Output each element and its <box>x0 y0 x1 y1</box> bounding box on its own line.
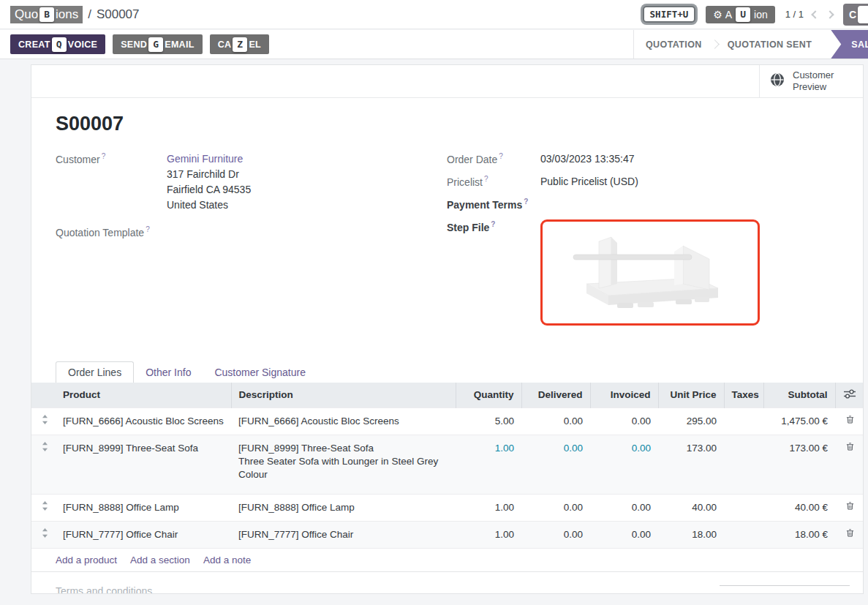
add-a-product-link[interactable]: Add a product <box>56 555 117 565</box>
cell-delivered[interactable]: 0.00 <box>521 494 590 521</box>
stage-quotation[interactable]: QUOTATION <box>634 40 714 50</box>
cell-invoiced[interactable]: 0.00 <box>590 435 658 494</box>
cell-taxes[interactable] <box>724 435 763 494</box>
stage-sales-order[interactable]: SALES ORDER <box>831 30 868 59</box>
kbd-hint-edge <box>858 6 868 23</box>
payment-terms-label-text: Payment Terms <box>447 199 522 211</box>
cell-unit-price[interactable]: 173.00 <box>658 435 724 494</box>
breadcrumb-parent[interactable]: QuoBions <box>10 6 83 23</box>
column-header-quantity[interactable]: Quantity <box>456 383 521 408</box>
cell-subtotal[interactable]: 173.00 € <box>763 435 835 494</box>
table-row[interactable]: [FURN_6666] Acoustic Bloc Screens [FURN_… <box>31 407 864 435</box>
cell-description[interactable]: [FURN_8888] Office Lamp <box>231 494 456 521</box>
tab-other-info[interactable]: Other Info <box>134 362 203 383</box>
order-date-help-icon: ? <box>499 152 503 160</box>
column-header-unit-price[interactable]: Unit Price <box>658 383 724 408</box>
field-quotation-template: Quotation Template? <box>56 225 447 238</box>
cancel-button[interactable]: CAZEL <box>210 34 269 54</box>
cell-quantity[interactable]: 1.00 <box>456 494 521 521</box>
customer-help-icon: ? <box>102 152 106 160</box>
optional-columns-icon[interactable] <box>835 383 864 408</box>
cell-unit-price[interactable]: 18.00 <box>658 521 724 548</box>
cell-quantity[interactable]: 1.00 <box>456 435 521 494</box>
cell-quantity[interactable]: 1.00 <box>456 521 521 548</box>
cell-description[interactable]: [FURN_6666] Acoustic Bloc Screens <box>231 407 456 435</box>
card-body: S00007 Customer? Gemini Furniture 317 Fa… <box>31 98 863 333</box>
create-invoice-label-end: VOICE <box>68 40 97 50</box>
cell-subtotal[interactable]: 40.00 € <box>763 494 835 521</box>
cell-product[interactable]: [FURN_6666] Acoustic Bloc Screens <box>56 407 231 435</box>
order-date-value[interactable]: 03/03/2023 13:35:47 <box>540 151 634 167</box>
globe-icon <box>770 72 785 90</box>
send-email-button[interactable]: SENDGEMAIL <box>113 34 202 54</box>
tab-order-lines[interactable]: Order Lines <box>56 361 134 383</box>
cell-quantity[interactable]: 5.00 <box>456 407 521 435</box>
action-label-end: ion <box>754 9 768 20</box>
column-header-delivered[interactable]: Delivered <box>521 383 590 408</box>
add-a-note-link[interactable]: Add a note <box>203 555 251 565</box>
kbd-hint-q: Q <box>52 37 67 52</box>
table-row[interactable]: [FURN_8888] Office Lamp [FURN_8888] Offi… <box>31 494 864 521</box>
column-header-invoiced[interactable]: Invoiced <box>590 383 658 408</box>
drag-handle-icon[interactable] <box>31 494 56 521</box>
add-a-section-link[interactable]: Add a section <box>130 555 190 565</box>
customer-preview-button[interactable]: CustomerPreview <box>759 65 863 97</box>
customer-link[interactable]: Gemini Furniture <box>167 153 243 165</box>
tab-customer-signature[interactable]: Customer Signature <box>203 362 317 383</box>
column-header-product[interactable]: Product <box>56 383 231 408</box>
order-date-label-text: Order Date <box>447 154 497 165</box>
customer-address-line2: Fairfield CA 94535 <box>167 182 251 198</box>
create-invoice-button[interactable]: CREATQVOICE <box>10 34 105 54</box>
delete-row-icon[interactable] <box>835 407 864 435</box>
payment-terms-label: Payment Terms? <box>447 197 540 211</box>
pager-next-icon[interactable] <box>826 10 834 18</box>
field-order-date: Order Date? 03/03/2023 13:35:47 <box>447 151 838 167</box>
delete-row-icon[interactable] <box>835 494 864 521</box>
cell-subtotal[interactable]: 18.00 € <box>763 521 835 548</box>
delete-row-icon[interactable] <box>835 521 864 548</box>
cell-taxes[interactable] <box>724 407 763 435</box>
cell-subtotal[interactable]: 1,475.00 € <box>763 407 835 435</box>
column-header-subtotal[interactable]: Subtotal <box>763 383 835 408</box>
column-header-handle <box>31 383 56 408</box>
breadcrumb-current: S00007 <box>97 7 140 22</box>
cell-unit-price[interactable]: 40.00 <box>658 494 724 521</box>
pricelist-value[interactable]: Public Pricelist (USD) <box>540 174 638 189</box>
cell-unit-price[interactable]: 295.00 <box>658 407 724 435</box>
cell-invoiced[interactable]: 0.00 <box>590 521 658 548</box>
cell-invoiced[interactable]: 0.00 <box>590 494 658 521</box>
drag-handle-icon[interactable] <box>31 521 56 548</box>
delete-row-icon[interactable] <box>835 435 864 494</box>
pager-previous-icon[interactable] <box>811 10 819 18</box>
cell-product[interactable]: [FURN_7777] Office Chair <box>56 521 231 548</box>
cell-delivered[interactable]: 0.00 <box>521 521 590 548</box>
cell-product[interactable]: [FURN_8888] Office Lamp <box>56 494 231 521</box>
step-file-image-box[interactable] <box>540 219 760 326</box>
cell-invoiced[interactable]: 0.00 <box>590 407 658 435</box>
cell-taxes[interactable] <box>724 521 763 548</box>
action-label-start: A <box>725 9 732 20</box>
action-menu-button[interactable]: ⚙AUion <box>706 6 774 23</box>
navbar-right-controls: SHIFT+U ⚙AUion 1 / 1 C <box>643 4 868 26</box>
column-header-description[interactable]: Description <box>231 383 456 408</box>
cell-taxes[interactable] <box>724 494 763 521</box>
edge-button[interactable]: C <box>843 4 868 26</box>
edge-button-label: C <box>849 9 856 20</box>
fields-grid: Customer? Gemini Furniture 317 Fairchild… <box>56 151 838 333</box>
cell-product[interactable]: [FURN_8999] Three-Seat Sofa <box>56 435 231 494</box>
terms-and-conditions-placeholder[interactable]: Terms and conditions... <box>56 585 161 594</box>
drag-handle-icon[interactable] <box>31 407 56 435</box>
cell-description[interactable]: [FURN_8999] Three-Seat SofaThree Seater … <box>231 435 456 494</box>
stage-quotation-sent[interactable]: QUOTATION SENT <box>716 40 824 50</box>
cell-delivered[interactable]: 0.00 <box>521 407 590 435</box>
cell-description[interactable]: [FURN_7777] Office Chair <box>231 521 456 548</box>
step-file-help-icon: ? <box>491 220 495 228</box>
cell-delivered[interactable]: 0.00 <box>521 435 590 494</box>
table-row[interactable]: [FURN_7777] Office Chair [FURN_7777] Off… <box>31 521 864 548</box>
form-card: CustomerPreview S00007 Customer? Gemini … <box>31 64 864 594</box>
customer-value: Gemini Furniture 317 Fairchild Dr Fairfi… <box>167 151 251 213</box>
quotation-template-help-icon: ? <box>146 225 150 233</box>
table-row[interactable]: [FURN_8999] Three-Seat Sofa [FURN_8999] … <box>31 435 864 494</box>
drag-handle-icon[interactable] <box>31 435 56 494</box>
column-header-taxes[interactable]: Taxes <box>724 383 763 408</box>
